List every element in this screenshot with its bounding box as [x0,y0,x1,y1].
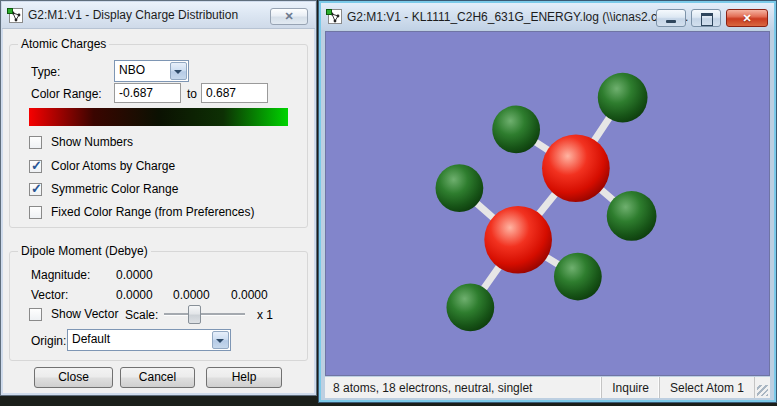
dialog-close-icon[interactable]: ✕ [270,8,308,25]
molecule-view-window: G2:M1:V1 - KL1111_C2H6_631G_ENERGY.log (… [318,0,777,403]
color-atoms-row[interactable]: Color Atoms by Charge [29,159,175,173]
atom-H[interactable] [446,284,494,332]
screen: { "left_window": { "title": "G2:M1:V1 - … [0,0,777,406]
scale-slider-thumb[interactable] [188,305,201,324]
vector-y-value: 0.0000 [173,288,210,302]
close-icon[interactable]: ✕ [726,9,768,27]
dialog-title: G2:M1:V1 - Display Charge Distribution [28,8,238,22]
molecule-summary: 8 atoms, 18 electrons, neutral, singlet [325,381,601,395]
fixed-range-checkbox[interactable] [29,206,42,219]
show-numbers-row[interactable]: Show Numbers [29,135,133,149]
scale-label: Scale: [125,308,158,322]
cancel-button[interactable]: Cancel [120,367,195,388]
atom-H[interactable] [554,253,602,301]
vector-label: Vector: [31,288,68,302]
show-numbers-label: Show Numbers [51,135,133,149]
gaussview-app-icon [7,8,23,23]
help-button[interactable]: Help [206,367,282,388]
atom-H[interactable] [492,106,540,154]
show-vector-row[interactable]: Show Vector [29,307,118,321]
color-range-label: Color Range: [31,87,102,101]
fixed-range-label: Fixed Color Range (from Preferences) [51,205,254,219]
magnitude-label: Magnitude: [31,268,90,282]
resize-grip[interactable] [754,377,770,398]
minimize-icon[interactable] [656,9,686,27]
vector-x-value: 0.0000 [116,288,153,302]
close-button[interactable]: Close [34,367,113,388]
symmetric-range-label: Symmetric Color Range [51,182,178,196]
scale-slider-track[interactable] [164,313,245,315]
color-atoms-checkbox[interactable] [29,160,42,173]
origin-select[interactable]: Default [67,329,231,351]
show-vector-label: Show Vector [51,307,118,321]
atomic-charges-legend: Atomic Charges [18,37,109,51]
scale-value: x 1 [257,308,273,322]
maximize-icon[interactable] [691,9,721,27]
charge-color-gradient-bar [29,108,288,126]
atom-C[interactable] [542,134,610,202]
atom-H[interactable] [598,73,648,123]
show-numbers-checkbox[interactable] [29,136,42,149]
vector-z-value: 0.0000 [231,288,268,302]
range-max-input[interactable] [201,83,268,103]
show-vector-checkbox[interactable] [29,308,42,321]
color-atoms-label: Color Atoms by Charge [51,159,175,173]
range-min-input[interactable] [114,83,181,103]
fixed-range-row[interactable]: Fixed Color Range (from Preferences) [29,205,254,219]
symmetric-range-row[interactable]: Symmetric Color Range [29,182,178,196]
gaussview-app-icon [326,9,342,24]
window-controls: ✕ [656,9,768,27]
chevron-down-icon[interactable] [170,62,187,80]
charge-type-value: NBO [119,63,145,77]
atom-C[interactable] [484,206,552,274]
view-title: G2:M1:V1 - KL1111_C2H6_631G_ENERGY.log (… [347,10,675,24]
dialog-titlebar[interactable]: G2:M1:V1 - Display Charge Distribution [2,2,315,29]
charge-type-select[interactable]: NBO [114,60,189,82]
bond-layer [459,98,631,308]
atom-H[interactable] [607,191,657,241]
inquire-mode-indicator: Inquire [601,377,659,398]
origin-value: Default [72,332,110,346]
molecule-canvas[interactable] [326,32,769,375]
symmetric-range-checkbox[interactable] [29,183,42,196]
chevron-down-icon[interactable] [212,331,229,349]
atom-H[interactable] [436,164,484,212]
dipole-moment-legend: Dipole Moment (Debye) [18,244,151,258]
molecule-viewport[interactable] [325,31,770,376]
to-label: to [187,87,197,101]
charge-distribution-dialog: G2:M1:V1 - Display Charge Distribution ✕… [0,0,317,396]
select-atom-indicator: Select Atom 1 [659,377,754,398]
type-label: Type: [31,65,60,79]
status-bar: 8 atoms, 18 electrons, neutral, singlet … [325,377,770,398]
resize-grip-icon [757,385,768,396]
magnitude-value: 0.0000 [116,268,153,282]
origin-label: Origin: [31,334,66,348]
